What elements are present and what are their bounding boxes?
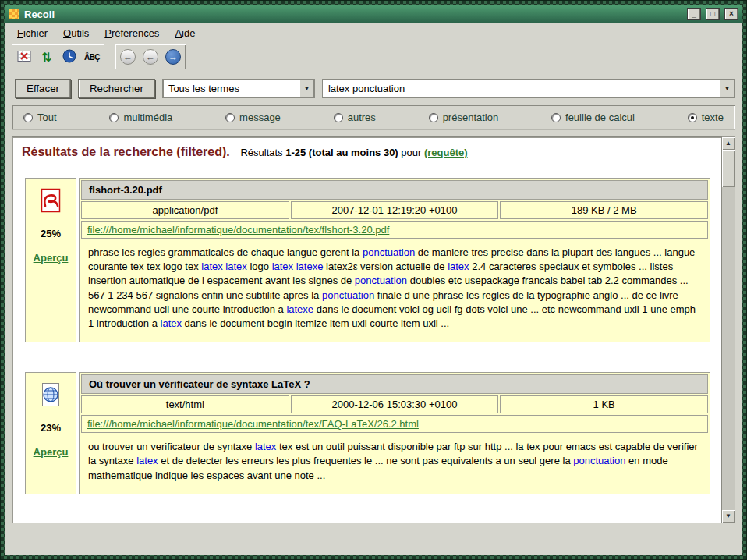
- term-explorer-icon: ÂBÇ: [84, 53, 100, 62]
- filter-radio-texte[interactable]: texte: [688, 112, 724, 123]
- update-index-button[interactable]: ⇅: [37, 47, 57, 67]
- chevron-down-icon[interactable]: ▼: [299, 80, 314, 97]
- app-icon[interactable]: [9, 9, 19, 19]
- radio-icon: [23, 113, 33, 122]
- result-url-row: file:///home/michael/informatique/docume…: [81, 221, 708, 239]
- preview-link[interactable]: Aperçu: [34, 252, 69, 264]
- scrollbar-thumb[interactable]: [722, 150, 735, 187]
- result-size: 1 KB: [500, 395, 708, 413]
- radio-icon: [109, 113, 119, 122]
- snippet-highlight: latex latexe: [272, 261, 324, 272]
- filter-radio-tout[interactable]: Tout: [23, 112, 57, 123]
- window-frame: Recoll _ □ × Fichier Outils Préférences …: [0, 0, 747, 560]
- menu-preferences[interactable]: Préférences: [97, 26, 166, 41]
- results-scrollbar[interactable]: ▲ ▼: [722, 136, 735, 523]
- result-url-link[interactable]: file:///home/michael/informatique/docume…: [87, 224, 389, 236]
- results-heading: Résultats de la recherche (filtered).: [22, 145, 230, 158]
- snippet-highlight: latex: [255, 441, 276, 452]
- query-history-chevron-icon[interactable]: ▼: [720, 80, 735, 97]
- filter-radio-feuille-de-calcul[interactable]: feuille de calcul: [551, 112, 635, 123]
- query-link[interactable]: (requête): [424, 147, 468, 158]
- results-list: Résultats de la recherche (filtered). Ré…: [12, 136, 722, 523]
- snippet-text: ou trouver un verificateur de syntaxe: [88, 441, 255, 452]
- snippet-highlight: ponctuation: [573, 455, 625, 466]
- html-icon: [39, 382, 62, 409]
- first-page-icon: ←: [120, 49, 136, 65]
- result-side-panel: 23% Aperçu: [25, 372, 76, 494]
- window-title: Recoll: [24, 9, 55, 20]
- snippet-text: latex2ε version actuelle de: [323, 261, 448, 272]
- minimize-button[interactable]: _: [687, 8, 701, 20]
- menu-aide[interactable]: Aide: [168, 26, 202, 41]
- titlebar[interactable]: Recoll _ □ ×: [5, 5, 742, 23]
- result-url-link[interactable]: file:///home/michael/informatique/docume…: [87, 418, 419, 430]
- preview-link[interactable]: Aperçu: [34, 446, 69, 458]
- snippet-text: et de detecter les erreurs les plus freq…: [158, 455, 574, 466]
- menu-fichier[interactable]: Fichier: [10, 26, 55, 41]
- snippet-highlight: latex: [161, 317, 182, 329]
- prev-page-icon: ←: [143, 49, 158, 65]
- snippet-highlight: ponctuation: [363, 246, 415, 258]
- snippet-highlight: latex latex: [201, 261, 247, 272]
- update-index-icon: ⇅: [41, 50, 51, 65]
- clear-search-icon: [17, 49, 31, 66]
- snippet-highlight: latex: [136, 455, 158, 466]
- filter-radio-autres[interactable]: autres: [334, 112, 376, 123]
- clear-search-button[interactable]: [14, 47, 34, 67]
- close-button[interactable]: ×: [724, 8, 738, 20]
- prev-page-button[interactable]: ←: [140, 47, 161, 67]
- summary-label: Résultats: [240, 147, 282, 158]
- result-title: flshort-3.20.pdf: [81, 180, 708, 200]
- summary-range: 1-25 (total au moins 30): [285, 147, 398, 158]
- first-page-button[interactable]: ←: [118, 47, 138, 67]
- results-header: Résultats de la recherche (filtered). Ré…: [20, 144, 713, 162]
- result-detail: flshort-3.20.pdf application/pdf 2007-12…: [79, 178, 710, 342]
- snippet-text: logo: [247, 261, 272, 272]
- category-filter-frame: Tout multimédia message autres présentat…: [12, 105, 735, 130]
- filter-label: multimédia: [123, 112, 172, 123]
- results-summary: Résultats 1-25 (total au moins 30) pour …: [240, 147, 467, 158]
- snippet-text: phrase les regles grammaticales de chaqu…: [88, 246, 363, 258]
- menu-outils[interactable]: Outils: [56, 26, 96, 41]
- relevance-percent: 23%: [41, 422, 61, 434]
- search-controls: Effacer Rechercher Tous les termes ▼ ▼: [5, 73, 742, 104]
- radio-icon: [429, 113, 438, 122]
- snippet-highlight: latex: [448, 261, 469, 272]
- result-date: 2007-12-01 12:19:20 +0100: [291, 201, 499, 219]
- next-page-button[interactable]: →: [163, 47, 183, 67]
- filter-label: présentation: [443, 112, 499, 123]
- scroll-up-icon[interactable]: ▲: [722, 137, 735, 150]
- snippet-highlight: ponctuation: [322, 289, 374, 301]
- term-explorer-button[interactable]: ÂBÇ: [82, 47, 102, 67]
- query-combobox: ▼: [322, 79, 735, 98]
- result-mime: text/html: [81, 395, 289, 413]
- result-side-panel: 25% Aperçu: [25, 178, 76, 342]
- snippet-text: dans le document begin itemize item uxil…: [182, 317, 449, 329]
- filter-radio-presentation[interactable]: présentation: [429, 112, 499, 123]
- filter-label: texte: [702, 112, 724, 123]
- result-title: Où trouver un vérificateur de syntaxe La…: [81, 374, 708, 394]
- filter-radio-multimedia[interactable]: multimédia: [109, 112, 172, 123]
- search-mode-select[interactable]: Tous les termes ▼: [162, 79, 315, 98]
- scroll-down-icon[interactable]: ▼: [722, 510, 735, 523]
- radio-icon: [225, 113, 235, 122]
- doc-history-button[interactable]: [59, 47, 80, 67]
- toolbar: ⇅ ÂBÇ ← ← →: [5, 43, 742, 73]
- scrollbar-track[interactable]: [722, 187, 735, 510]
- clear-button[interactable]: Effacer: [15, 79, 71, 98]
- results-area: Résultats de la recherche (filtered). Ré…: [12, 136, 735, 523]
- maximize-button[interactable]: □: [706, 8, 720, 20]
- result-mime: application/pdf: [81, 201, 289, 219]
- result-date: 2000-12-06 15:03:30 +0100: [291, 395, 499, 413]
- result-meta-row: application/pdf 2007-12-01 12:19:20 +010…: [81, 201, 708, 219]
- result-meta-row: text/html 2000-12-06 15:03:30 +0100 1 KB: [81, 395, 708, 413]
- result-url-row: file:///home/michael/informatique/docume…: [81, 415, 708, 433]
- search-input[interactable]: [323, 80, 720, 97]
- summary-suffix: pour: [401, 147, 421, 158]
- filter-label: autres: [348, 112, 376, 123]
- result-snippet: ou trouver un verificateur de syntaxe la…: [81, 434, 708, 492]
- relevance-percent: 25%: [41, 228, 61, 239]
- result-size: 189 KB / 2 MB: [500, 201, 708, 219]
- filter-radio-message[interactable]: message: [225, 112, 281, 123]
- search-button[interactable]: Rechercher: [78, 79, 155, 98]
